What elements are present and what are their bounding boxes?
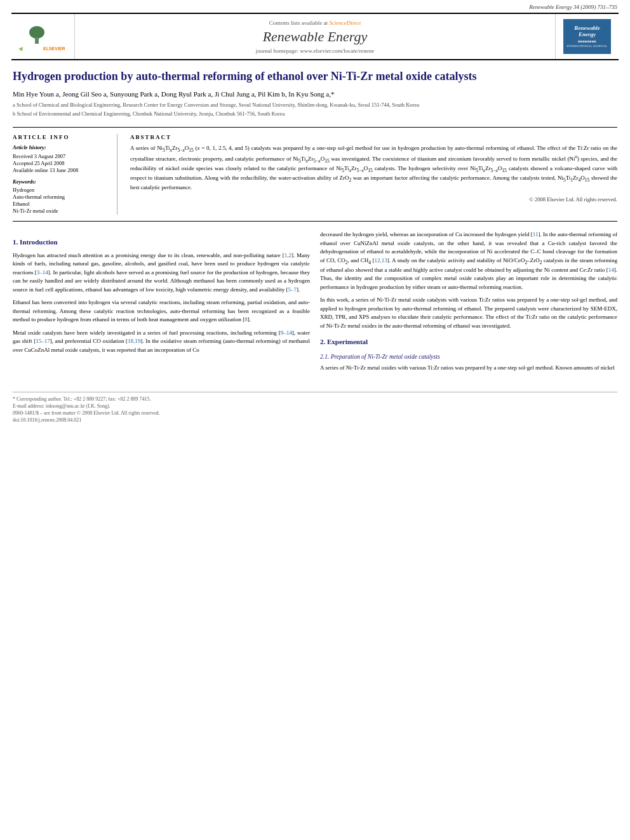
ref-12-13[interactable]: 12,13: [375, 257, 387, 263]
ref-5-7[interactable]: 5–7: [288, 286, 297, 293]
citation-text: Renewable Energy 34 (2009) 731–735: [529, 4, 617, 10]
accepted-date: Accepted 25 April 2008: [13, 160, 109, 166]
journal-header: ELSEVIER 🌿 Contents lists available at S…: [11, 13, 619, 60]
ref-3-14[interactable]: 3–14: [37, 269, 48, 276]
journal-citation: Renewable Energy 34 (2009) 731–735: [0, 0, 630, 13]
body-right-column: decreased the hydrogen yield, whereas an…: [320, 230, 617, 377]
keyword-3: Ethanol: [13, 201, 109, 207]
svg-text:ELSEVIER: ELSEVIER: [43, 46, 65, 51]
keyword-1: Hydrogen: [13, 187, 109, 193]
svg-rect-2: [35, 37, 39, 44]
keyword-2: Auto-thermal reforming: [13, 194, 109, 200]
intro-para-right-1: decreased the hydrogen yield, whereas an…: [320, 230, 617, 291]
main-content: Hydrogen production by auto-thermal refo…: [0, 60, 630, 385]
journal-homepage: journal homepage: www.elsevier.com/locat…: [256, 48, 374, 54]
intro-para-1: Hydrogen has attracted much attention as…: [13, 251, 310, 295]
doi-line: doi:10.1016/j.renene.2008.04.021: [13, 417, 617, 423]
author-list: Min Hye Youn a, Jeong Gil Seo a, Sunyoun…: [13, 90, 334, 98]
intro-para-right-2: In this work, a series of Ni-Ti-Zr metal…: [320, 296, 617, 330]
sciencedirect-line: Contents lists available at ScienceDirec…: [269, 20, 361, 26]
sciencedirect-link[interactable]: ScienceDirect: [329, 20, 361, 26]
elsevier-logo-area: ELSEVIER 🌿: [11, 14, 75, 59]
received-date: Received 3 August 2007: [13, 153, 109, 159]
keyword-4: Ni-Ti-Zr metal oxide: [13, 208, 109, 214]
body-columns: 1. Introduction Hydrogen has attracted m…: [13, 230, 617, 377]
abstract-label: ABSTRACT: [130, 134, 617, 140]
article-info-label: ARTICLE INFO: [13, 134, 109, 140]
journal-center: Contents lists available at ScienceDirec…: [75, 14, 555, 59]
ref-14[interactable]: 14: [608, 267, 614, 273]
affiliation-b: b School of Environmental and Chemical E…: [13, 110, 617, 118]
issn-line: 0960-1481/$ – see front matter © 2008 El…: [13, 410, 617, 416]
ref-11[interactable]: 11: [533, 231, 539, 237]
body-left-column: 1. Introduction Hydrogen has attracted m…: [13, 230, 310, 377]
subsection-21-heading: 2.1. Preparation of Ni-Ti-Zr metal oxide…: [320, 352, 617, 361]
footer: * Corresponding author. Tel.: +82 2 880 …: [13, 392, 617, 423]
copyright: © 2008 Elsevier Ltd. All rights reserved…: [130, 196, 617, 203]
journal-title: Renewable Energy: [263, 29, 368, 45]
ref-18-19[interactable]: 18,19: [128, 338, 140, 344]
section1-heading: 1. Introduction: [13, 237, 310, 248]
ref-8[interactable]: 8: [245, 316, 248, 323]
history-label: Article history:: [13, 144, 109, 150]
corresponding-note: * Corresponding author. Tel.: +82 2 880 …: [13, 396, 617, 402]
abstract-text: A series of Ni5TixZr5−xO15 (x = 0, 1, 2.…: [130, 144, 617, 192]
page: Renewable Energy 34 (2009) 731–735 ELSEV…: [0, 0, 630, 840]
re-logo-area: RenewableEnergy ■■■■■■■■ INTERNATIONAL J…: [555, 14, 619, 59]
keywords-label: Keywords:: [13, 178, 109, 185]
info-abstract-section: ARTICLE INFO Article history: Received 3…: [13, 127, 617, 222]
paper-title: Hydrogen production by auto-thermal refo…: [13, 69, 617, 84]
online-date: Available online 13 June 2008: [13, 167, 109, 173]
re-logo-box: RenewableEnergy ■■■■■■■■ INTERNATIONAL J…: [563, 19, 611, 54]
elsevier-logo-svg: ELSEVIER 🌿: [18, 21, 69, 53]
affiliations: a School of Chemical and Biological Engi…: [13, 102, 617, 118]
ref-9-14[interactable]: 9–14: [281, 330, 292, 336]
section2-para-1: A series of Ni-Ti-Zr metal oxides with v…: [320, 364, 617, 373]
abstract-column: ABSTRACT A series of Ni5TixZr5−xO15 (x =…: [128, 134, 617, 215]
intro-para-3: Metal oxide catalysts have been widely i…: [13, 329, 310, 355]
ref-1-2[interactable]: 1,2: [285, 252, 292, 258]
intro-para-2: Ethanol has been converted into hydrogen…: [13, 298, 310, 324]
svg-text:🌿: 🌿: [19, 47, 23, 51]
email-line: E-mail address: inksong@snu.ac.kr (I.K. …: [13, 403, 617, 409]
svg-point-1: [29, 26, 44, 39]
authors: Min Hye Youn a, Jeong Gil Seo a, Sunyoun…: [13, 90, 617, 98]
ref-15-17[interactable]: 15–17: [36, 338, 50, 344]
section2-heading: 2. Experimental: [320, 337, 617, 347]
affiliation-a: a School of Chemical and Biological Engi…: [13, 102, 617, 109]
article-info-column: ARTICLE INFO Article history: Received 3…: [13, 134, 117, 215]
